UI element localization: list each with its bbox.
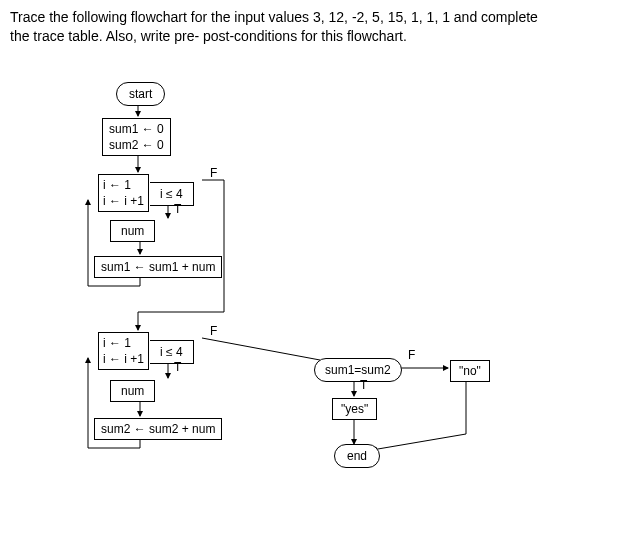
loop2-T: T: [174, 360, 181, 374]
loop2-init: i ← 1: [103, 336, 131, 350]
loop2-cond: i ≤ 4: [160, 345, 183, 359]
loop1-T: T: [174, 202, 181, 216]
flowchart-canvas: start sum1 ← 0 sum2 ← 0 i ← 1 i ← i +1 i…: [10, 82, 630, 522]
node-no: "no": [450, 360, 490, 382]
init2: sum2 ← 0: [109, 138, 164, 152]
loop2-inc: i ← i +1: [103, 352, 144, 366]
node-read1: num: [110, 220, 155, 242]
end-label: end: [347, 449, 367, 463]
node-start: start: [116, 82, 165, 106]
init1: sum1 ← 0: [109, 122, 164, 136]
instructions: Trace the following flowchart for the in…: [10, 8, 630, 46]
node-yes: "yes": [332, 398, 377, 420]
node-loop2-iters: i ← 1 i ← i +1: [98, 332, 149, 370]
node-compare: sum1=sum2: [314, 358, 402, 382]
compare: sum1=sum2: [325, 363, 391, 377]
loop1-F: F: [210, 166, 217, 180]
loop2-F: F: [210, 324, 217, 338]
instr-line1: Trace the following flowchart for the in…: [10, 9, 538, 25]
start-label: start: [129, 87, 152, 101]
node-accum2: sum2 ← sum2 + num: [94, 418, 222, 440]
node-loop1-iters: i ← 1 i ← i +1: [98, 174, 149, 212]
yes-label: "yes": [341, 402, 368, 416]
node-init: sum1 ← 0 sum2 ← 0: [102, 118, 171, 156]
compare-T: T: [360, 378, 367, 392]
instr-line2: the trace table. Also, write pre- post-c…: [10, 28, 407, 44]
compare-F: F: [408, 348, 415, 362]
no-label: "no": [459, 364, 481, 378]
read2: num: [121, 384, 144, 398]
node-loop2-cond: i ≤ 4: [150, 340, 194, 364]
accum1: sum1 ← sum1 + num: [101, 260, 215, 274]
node-loop1-cond: i ≤ 4: [150, 182, 194, 206]
loop1-cond: i ≤ 4: [160, 187, 183, 201]
node-accum1: sum1 ← sum1 + num: [94, 256, 222, 278]
node-read2: num: [110, 380, 155, 402]
svg-line-6: [202, 338, 320, 360]
accum2: sum2 ← sum2 + num: [101, 422, 215, 436]
loop1-init: i ← 1: [103, 178, 131, 192]
node-end: end: [334, 444, 380, 468]
read1: num: [121, 224, 144, 238]
loop1-inc: i ← i +1: [103, 194, 144, 208]
